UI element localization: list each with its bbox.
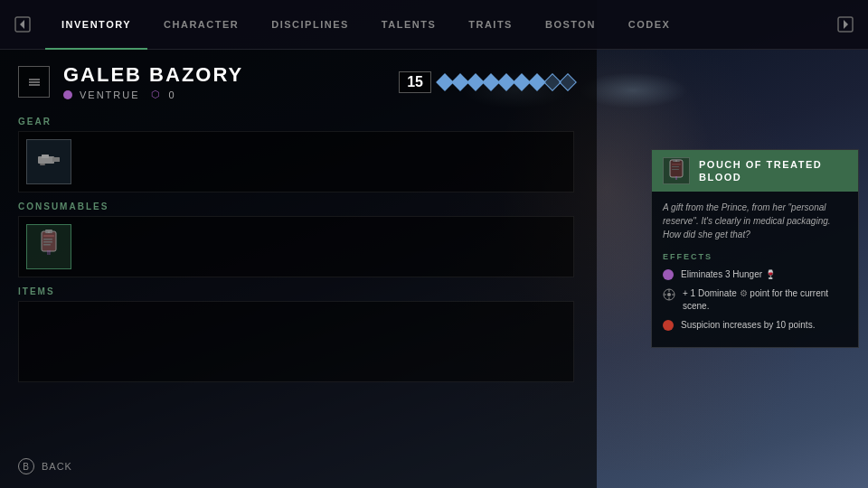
effects-label: EFFECTS xyxy=(663,252,847,261)
consumables-label: CONSUMABLES xyxy=(18,202,574,211)
svg-rect-16 xyxy=(43,241,52,243)
gear-content xyxy=(18,131,574,192)
nav-items: INVENTORY CHARACTER DISCIPLINES TALENTS … xyxy=(45,0,823,50)
item-detail-icon: II xyxy=(663,157,690,184)
effect-hunger-text: Eliminates 3 Hunger 🍷 xyxy=(681,268,776,281)
items-content xyxy=(18,301,574,382)
character-clan: VENTRUE ⬡ 0 xyxy=(63,89,385,100)
svg-rect-15 xyxy=(43,239,52,240)
main-content: GALEB BAZORY VENTRUE ⬡ 0 15 xyxy=(0,50,592,488)
close-button[interactable] xyxy=(18,66,50,98)
navbar: INVENTORY CHARACTER DISCIPLINES TALENTS … xyxy=(0,0,868,50)
character-header: GALEB BAZORY VENTRUE ⬡ 0 15 xyxy=(18,63,574,100)
effect-hunger: Eliminates 3 Hunger 🍷 xyxy=(663,268,847,281)
nav-item-character[interactable]: CHARACTER xyxy=(147,0,255,50)
item-detail-title: POUCH OF TREATEDBLOOD xyxy=(699,158,822,184)
character-level: 15 xyxy=(399,71,431,93)
svg-rect-24 xyxy=(672,169,679,170)
nav-item-talents[interactable]: TALENTS xyxy=(365,0,452,50)
svg-marker-1 xyxy=(20,20,24,29)
hunger-icon xyxy=(63,90,72,99)
nav-prev-button[interactable] xyxy=(0,15,45,33)
effect-dominate-icon xyxy=(663,288,675,301)
item-description: A gift from the Prince, from her "person… xyxy=(663,201,847,241)
svg-rect-10 xyxy=(40,164,45,165)
effect-hunger-icon xyxy=(663,269,674,280)
consumables-section: CONSUMABLES II xyxy=(18,202,574,277)
effect-suspicion-text: Suspicion increases by 10 points. xyxy=(681,319,815,332)
consumables-content: II xyxy=(18,216,574,277)
nav-next-button[interactable] xyxy=(823,15,868,33)
svg-text:II: II xyxy=(47,249,51,256)
effect-suspicion-icon xyxy=(663,320,674,331)
svg-text:II: II xyxy=(675,175,678,181)
consumable-item-icon: II xyxy=(37,230,61,264)
gear-item-icon xyxy=(36,149,61,174)
item-detail-body: A gift from the Prince, from her "person… xyxy=(652,192,858,347)
svg-rect-8 xyxy=(52,157,60,162)
items-label: ITEMS xyxy=(18,286,574,296)
svg-rect-23 xyxy=(672,166,679,167)
svg-marker-3 xyxy=(844,20,848,29)
nav-item-traits[interactable]: TRAITS xyxy=(452,0,529,50)
svg-point-27 xyxy=(667,293,671,296)
diamond-9 xyxy=(559,73,577,91)
gear-item-slot[interactable] xyxy=(26,139,71,184)
item-detail-header: II POUCH OF TREATEDBLOOD xyxy=(652,150,858,192)
xp-diamonds xyxy=(439,76,574,89)
effect-dominate: + 1 Dominate ⚙ point for the current sce… xyxy=(663,287,847,313)
effect-dominate-text: + 1 Dominate ⚙ point for the current sce… xyxy=(683,287,847,313)
character-name: GALEB BAZORY xyxy=(63,63,385,87)
consumable-item-slot[interactable]: II xyxy=(26,224,71,269)
level-area: 15 xyxy=(399,71,574,93)
back-circle-icon: B xyxy=(18,458,34,474)
back-button[interactable]: B BACK xyxy=(18,458,72,474)
item-detail-panel: II POUCH OF TREATEDBLOOD A gift from the… xyxy=(651,149,859,348)
svg-rect-22 xyxy=(672,164,681,165)
nav-item-boston[interactable]: BOSTON xyxy=(529,0,612,50)
svg-rect-14 xyxy=(43,235,54,237)
effect-suspicion: Suspicion increases by 10 points. xyxy=(663,319,847,332)
gear-section: GEAR xyxy=(18,117,574,192)
nav-item-codex[interactable]: CODEX xyxy=(612,0,687,50)
gear-label: GEAR xyxy=(18,117,574,127)
nav-item-disciplines[interactable]: DISCIPLINES xyxy=(255,0,365,50)
svg-rect-17 xyxy=(43,244,51,246)
nav-item-inventory[interactable]: INVENTORY xyxy=(45,0,147,50)
svg-rect-9 xyxy=(42,155,49,158)
back-label: BACK xyxy=(42,461,72,472)
items-section: ITEMS xyxy=(18,286,574,382)
character-info: GALEB BAZORY VENTRUE ⬡ 0 xyxy=(63,63,385,100)
